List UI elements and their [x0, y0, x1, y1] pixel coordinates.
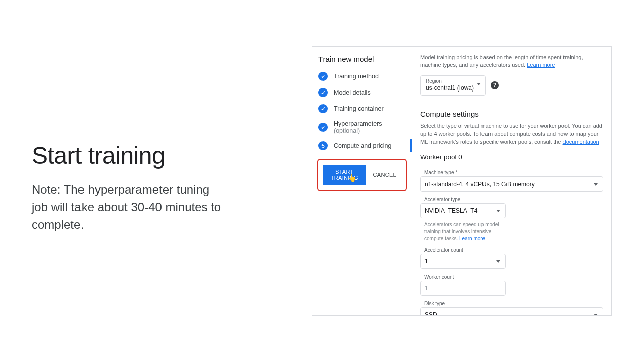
- step-training-container[interactable]: Training container: [312, 101, 412, 117]
- step-optional: (optional): [334, 127, 360, 134]
- worker-count-input[interactable]: 1: [420, 281, 506, 296]
- region-label: Region: [426, 78, 480, 84]
- step-hyperparameters[interactable]: Hyperparameters (optional): [312, 117, 412, 138]
- accelerator-count-select[interactable]: 1: [420, 254, 506, 269]
- accelerator-type-select[interactable]: NVIDIA_TESLA_T4: [420, 203, 506, 218]
- accelerator-type-field: Accelerator type NVIDIA_TESLA_T4 Acceler…: [420, 197, 603, 242]
- disk-type-label: Disk type: [420, 301, 603, 306]
- step-compute-pricing[interactable]: 5 Compute and pricing: [312, 138, 412, 154]
- help-icon[interactable]: ?: [491, 81, 499, 89]
- accelerator-count-label: Accelerator count: [420, 247, 603, 253]
- step-label: Training method: [334, 73, 379, 80]
- step-model-details[interactable]: Model details: [312, 84, 412, 101]
- pricing-description: Model training pricing is based on the l…: [420, 54, 603, 69]
- step-label: Training container: [334, 105, 384, 112]
- worker-count-field: Worker count 1: [420, 274, 603, 296]
- chevron-down-icon: [477, 83, 481, 85]
- step-training-method[interactable]: Training method: [312, 68, 412, 84]
- start-training-button[interactable]: START TRAINING: [323, 165, 366, 185]
- learn-more-link[interactable]: Learn more: [527, 62, 555, 68]
- action-button-row: START TRAINING CANCEL 👆: [317, 159, 407, 191]
- accelerator-type-label: Accelerator type: [420, 197, 603, 202]
- wizard-sidebar: Train new model Training method Model de…: [312, 47, 412, 315]
- machine-type-field: Machine type * n1-standard-4, 4 vCPUs, 1…: [420, 170, 603, 192]
- region-select[interactable]: Region us-central1 (Iowa): [420, 75, 486, 96]
- check-icon: [318, 104, 328, 113]
- accelerator-help-text: Accelerators can speed up model training…: [424, 221, 505, 242]
- accelerator-count-field: Accelerator count 1: [420, 247, 603, 269]
- region-value: us-central1 (Iowa): [426, 84, 480, 92]
- content-pane: Model training pricing is based on the l…: [412, 47, 611, 315]
- cancel-button[interactable]: CANCEL: [368, 168, 401, 182]
- step-label: Compute and pricing: [334, 142, 391, 149]
- check-icon: [318, 88, 328, 97]
- compute-settings-title: Compute settings: [420, 110, 603, 118]
- machine-type-label: Machine type *: [420, 170, 603, 175]
- dialog-panel: Train new model Training method Model de…: [312, 46, 612, 316]
- wizard-title: Train new model: [312, 53, 412, 68]
- slide-note: Note: The hyperparameter tuning job will…: [32, 181, 223, 233]
- disk-type-field: Disk type SSD: [420, 301, 603, 315]
- machine-type-select[interactable]: n1-standard-4, 4 vCPUs, 15 GiB memory: [420, 176, 603, 192]
- step-label: Model details: [334, 89, 371, 96]
- compute-settings-desc: Select the type of virtual machine to us…: [420, 122, 603, 146]
- worker-count-label: Worker count: [420, 274, 603, 280]
- check-icon: [318, 123, 328, 132]
- worker-pool-title: Worker pool 0: [420, 153, 603, 161]
- step-label: Hyperparameters: [334, 120, 382, 127]
- check-icon: [318, 72, 328, 81]
- slide-title: Start training: [32, 142, 165, 169]
- documentation-link[interactable]: documentation: [563, 139, 599, 145]
- accel-learn-more-link[interactable]: Learn more: [459, 236, 485, 241]
- disk-type-select[interactable]: SSD: [420, 307, 603, 315]
- step-number-icon: 5: [318, 141, 328, 150]
